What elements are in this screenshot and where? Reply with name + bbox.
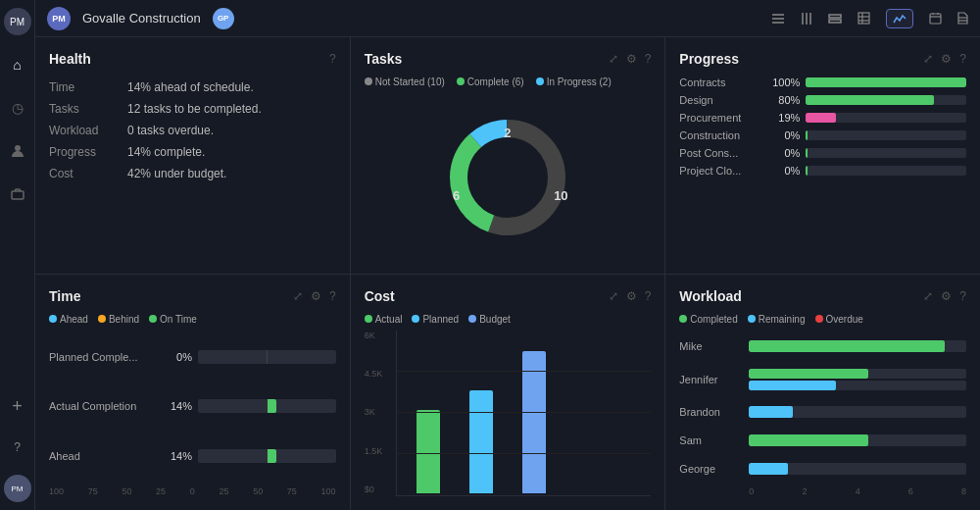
- procurement-bar-bg: [806, 113, 966, 123]
- tasks-panel: Tasks ⤢ ⚙ ? Not Started (10) Complete (6…: [351, 37, 665, 274]
- svg-rect-1: [12, 191, 24, 199]
- brandon-label: Brandon: [679, 406, 743, 418]
- cost-grid-3: [397, 371, 652, 372]
- health-header: Health ?: [49, 51, 336, 67]
- cost-group-2: [469, 390, 493, 493]
- workload-help-icon[interactable]: ?: [959, 289, 966, 303]
- progress-expand-icon[interactable]: ⤢: [923, 52, 933, 66]
- jennifer-bars: [749, 369, 966, 390]
- time-settings-icon[interactable]: ⚙: [311, 289, 321, 303]
- cost-group-3: [522, 351, 546, 493]
- progress-contracts-row: Contracts 100%: [679, 76, 966, 88]
- design-bar-bg: [806, 95, 966, 105]
- add-icon[interactable]: +: [4, 392, 31, 420]
- progress-settings-icon[interactable]: ⚙: [941, 52, 952, 66]
- progress-help-icon[interactable]: ?: [959, 52, 966, 66]
- list-view-icon[interactable]: [771, 13, 785, 25]
- tasks-actions: ⤢ ⚙ ?: [609, 52, 652, 66]
- tasks-settings-icon[interactable]: ⚙: [626, 52, 637, 66]
- clock-icon[interactable]: ◷: [4, 94, 31, 122]
- app-logo[interactable]: PM: [4, 8, 31, 35]
- workload-sam-row: Sam: [679, 434, 966, 446]
- main-content: PM Govalle Construction GP: [35, 0, 980, 510]
- cost-help-icon[interactable]: ?: [645, 289, 652, 303]
- workload-expand-icon[interactable]: ⤢: [923, 289, 933, 303]
- jennifer-remaining-bg: [749, 381, 966, 390]
- columns-view-icon[interactable]: [801, 13, 812, 25]
- actual-bar: [267, 399, 276, 413]
- workload-mike-row: Mike: [679, 340, 966, 352]
- ahead-center-line: [267, 449, 268, 463]
- header-user-avatar[interactable]: GP: [213, 8, 234, 29]
- cost-actions: ⤢ ⚙ ?: [609, 289, 652, 303]
- help-icon[interactable]: ?: [4, 434, 31, 461]
- workload-legend: Completed Remaining Overdue: [679, 314, 966, 325]
- planned-legend: Planned: [412, 314, 459, 325]
- axis-0: 0: [749, 486, 754, 496]
- progress-projectclose-row: Project Clo... 0%: [679, 165, 966, 177]
- tasks-help-icon[interactable]: ?: [645, 52, 652, 66]
- axis-2: 2: [802, 486, 807, 496]
- postconstruction-bar-bg: [806, 148, 966, 158]
- user-avatar[interactable]: PM: [4, 475, 31, 502]
- health-cost-label: Cost: [49, 163, 127, 184]
- workload-george-row: George: [679, 463, 966, 475]
- design-label: Design: [679, 94, 762, 106]
- progress-postconstruction-row: Post Cons... 0%: [679, 147, 966, 159]
- time-actions: ⤢ ⚙ ?: [293, 289, 336, 303]
- health-tasks-value: 12 tasks to be completed.: [127, 98, 336, 120]
- time-help-icon[interactable]: ?: [329, 289, 336, 303]
- health-tasks-label: Tasks: [49, 98, 127, 120]
- projectclose-label: Project Clo...: [679, 165, 762, 177]
- health-help-icon[interactable]: ?: [329, 52, 336, 66]
- projectclose-pct: 0%: [768, 165, 800, 177]
- calendar-view-icon[interactable]: [929, 12, 942, 25]
- home-icon[interactable]: ⌂: [4, 51, 31, 78]
- workload-settings-icon[interactable]: ⚙: [941, 289, 952, 303]
- cost-y-1: 1.5K: [365, 446, 390, 456]
- contracts-bar-bg: [806, 77, 966, 87]
- progress-rows: Contracts 100% Design 80% Procurement 19…: [679, 76, 966, 177]
- briefcase-icon[interactable]: [4, 180, 31, 208]
- actual-legend: Actual: [365, 314, 403, 325]
- contracts-pct: 100%: [768, 76, 800, 88]
- rows-view-icon[interactable]: [828, 14, 842, 24]
- tasks-legend: Not Started (10) Complete (6) In Progres…: [365, 76, 652, 87]
- cost-settings-icon[interactable]: ⚙: [626, 289, 637, 303]
- header-logo: PM: [47, 7, 71, 30]
- task-left-label: 6: [453, 188, 460, 203]
- health-progress-row: Progress 14% complete.: [49, 141, 336, 163]
- progress-title: Progress: [679, 51, 923, 67]
- users-icon[interactable]: [4, 137, 31, 165]
- header: PM Govalle Construction GP: [35, 0, 980, 37]
- chart-view-icon[interactable]: [886, 9, 913, 28]
- tasks-header: Tasks ⤢ ⚙ ?: [365, 51, 652, 67]
- table-view-icon[interactable]: [858, 12, 870, 25]
- ontime-legend: On Time: [149, 314, 197, 325]
- cost-y-axis: $0 1.5K 3K 4.5K 6K: [365, 331, 396, 497]
- in-progress-legend: In Progress (2): [536, 76, 612, 87]
- construction-bar-bg: [806, 130, 966, 140]
- health-time-row: Time 14% ahead of schedule.: [49, 76, 336, 98]
- actual-label: Actual Completion: [49, 400, 157, 412]
- workload-jennifer-row: Jennifer: [679, 369, 966, 390]
- george-label: George: [679, 463, 743, 475]
- planned-bar-bg: [198, 350, 336, 364]
- george-bar: [749, 463, 788, 475]
- george-bar-bg: [749, 463, 966, 475]
- postconstruction-pct: 0%: [768, 147, 800, 159]
- planned-pct: 0%: [163, 351, 192, 363]
- design-pct: 80%: [768, 94, 800, 106]
- ahead-bar-bg: [198, 449, 336, 463]
- tasks-expand-icon[interactable]: ⤢: [609, 52, 618, 66]
- file-view-icon[interactable]: [957, 12, 968, 25]
- svg-rect-8: [829, 15, 841, 18]
- time-expand-icon[interactable]: ⤢: [293, 289, 303, 303]
- time-planned-row: Planned Comple... 0%: [49, 350, 336, 364]
- jennifer-remaining-bar: [749, 381, 836, 390]
- health-tasks-row: Tasks 12 tasks to be completed.: [49, 98, 336, 120]
- cost-expand-icon[interactable]: ⤢: [609, 289, 618, 303]
- contracts-bar: [806, 77, 966, 87]
- health-actions: ?: [329, 52, 336, 66]
- cost-y-4: 6K: [365, 331, 390, 340]
